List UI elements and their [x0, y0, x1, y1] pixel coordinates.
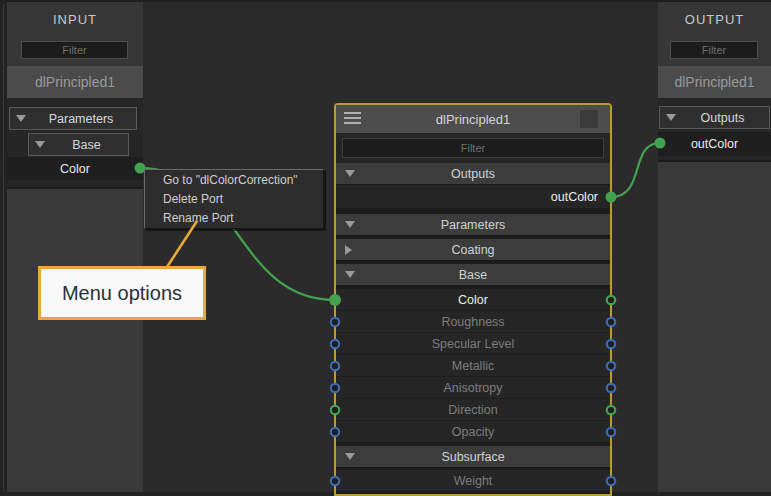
node-row-metallic[interactable]: Metallic	[336, 355, 610, 377]
node-editor: INPUT dlPrincipled1 Parameters Base Colo…	[0, 0, 771, 496]
tree-item-parameters-label: Parameters	[26, 112, 136, 126]
node-row-outcolor[interactable]: outColor	[336, 185, 610, 209]
node-row-direction[interactable]: Direction	[336, 399, 610, 421]
section-subsurface-label: Subsurface	[441, 450, 504, 464]
output-panel: OUTPUT dlPrincipled1 Outputs outColor	[658, 2, 771, 492]
node-header[interactable]: dlPrincipled1	[336, 105, 610, 133]
node-row-weight[interactable]: Weight	[336, 470, 610, 492]
section-header-outputs[interactable]: Outputs	[336, 163, 610, 185]
wire-outcolor-connection	[611, 143, 660, 197]
output-panel-empty-area	[658, 160, 771, 492]
expander-down-icon[interactable]	[35, 141, 45, 148]
dlprincipled-node[interactable]: dlPrincipled1 Outputs outColor Parameter…	[334, 103, 612, 496]
left-scrollbar-groove	[3, 4, 4, 492]
node-row-specular-level[interactable]: Specular Level	[336, 333, 610, 355]
expander-down-icon[interactable]	[345, 221, 355, 228]
section-outputs-label: Outputs	[451, 167, 495, 181]
output-filter-field[interactable]	[670, 41, 758, 59]
node-row-roughness[interactable]: Roughness	[336, 311, 610, 333]
input-tree: Parameters Base Color	[7, 98, 143, 187]
menu-item-go-to[interactable]: Go to "dlColorCorrection"	[145, 171, 323, 190]
input-node-name: dlPrincipled1	[7, 66, 143, 98]
node-row-opacity[interactable]: Opacity	[336, 421, 610, 443]
tree-item-outputs-label: Outputs	[676, 111, 769, 125]
section-parameters-label: Parameters	[441, 218, 506, 232]
section-header-parameters[interactable]: Parameters	[336, 214, 610, 236]
annotation-callout: Menu options	[38, 266, 206, 320]
expander-down-icon[interactable]	[666, 114, 676, 121]
menu-item-rename-port[interactable]: Rename Port	[145, 209, 323, 228]
input-panel-title: INPUT	[7, 2, 143, 27]
annotation-label: Menu options	[62, 282, 182, 305]
tree-item-outcolor[interactable]: outColor	[658, 132, 771, 156]
expander-down-icon[interactable]	[345, 170, 355, 177]
input-panel: INPUT dlPrincipled1 Parameters Base Colo…	[7, 2, 143, 492]
node-title: dlPrincipled1	[436, 112, 510, 127]
output-tree: Outputs outColor	[658, 98, 771, 160]
top-edge-divider	[0, 0, 771, 2]
node-swatch[interactable]	[580, 110, 598, 128]
node-filter-row	[336, 133, 610, 163]
section-header-coating[interactable]: Coating	[336, 239, 610, 261]
tree-item-parameters[interactable]: Parameters	[9, 107, 137, 130]
input-filter-field[interactable]	[21, 41, 128, 59]
left-scrollbar-track[interactable]	[0, 0, 7, 496]
section-header-base[interactable]: Base	[336, 264, 610, 286]
output-panel-title: OUTPUT	[658, 2, 771, 27]
node-row-anisotropy[interactable]: Anisotropy	[336, 377, 610, 399]
expander-down-icon[interactable]	[345, 453, 355, 460]
tree-item-outputs[interactable]: Outputs	[659, 106, 770, 129]
tree-item-base-label: Base	[45, 138, 128, 152]
expander-right-icon[interactable]	[345, 245, 352, 255]
section-base-label: Base	[459, 268, 488, 282]
node-row-color[interactable]: Color	[336, 289, 610, 311]
context-menu: Go to "dlColorCorrection" Delete Port Re…	[144, 169, 324, 229]
section-coating-label: Coating	[451, 243, 494, 257]
section-header-subsurface[interactable]: Subsurface	[336, 446, 610, 468]
expander-down-icon[interactable]	[16, 115, 26, 122]
tree-item-color[interactable]: Color	[7, 157, 143, 180]
output-node-name: dlPrincipled1	[658, 66, 771, 98]
tree-item-base[interactable]: Base	[28, 133, 129, 156]
hamburger-menu-icon[interactable]	[344, 112, 361, 127]
node-filter-field[interactable]	[342, 138, 604, 158]
expander-down-icon[interactable]	[345, 271, 355, 278]
input-panel-empty-area	[7, 187, 143, 492]
menu-item-delete-port[interactable]: Delete Port	[145, 190, 323, 209]
